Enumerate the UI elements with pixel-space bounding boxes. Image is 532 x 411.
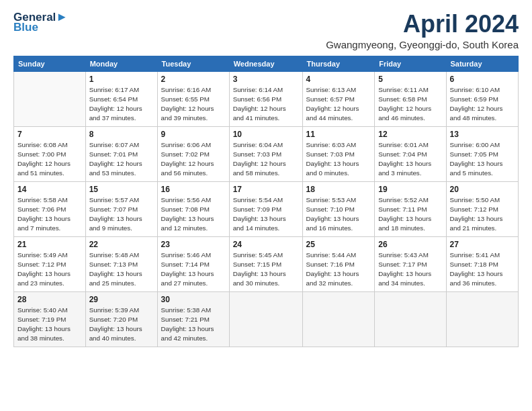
cell-4-1: 21Sunrise: 5:49 AM Sunset: 7:12 PM Dayli… — [14, 236, 86, 291]
cell-info: Sunrise: 5:58 AM Sunset: 7:06 PM Dayligh… — [17, 195, 82, 234]
cell-info: Sunrise: 5:45 AM Sunset: 7:15 PM Dayligh… — [233, 250, 299, 289]
cell-info: Sunrise: 6:14 AM Sunset: 6:56 PM Dayligh… — [233, 85, 299, 124]
day-number: 5 — [378, 75, 442, 84]
cell-info: Sunrise: 6:08 AM Sunset: 7:00 PM Dayligh… — [17, 140, 82, 179]
cell-info: Sunrise: 6:00 AM Sunset: 7:05 PM Dayligh… — [450, 140, 515, 179]
cell-2-7: 13Sunrise: 6:00 AM Sunset: 7:05 PM Dayli… — [446, 126, 519, 181]
cell-2-2: 8Sunrise: 6:07 AM Sunset: 7:01 PM Daylig… — [85, 126, 157, 181]
cell-info: Sunrise: 6:01 AM Sunset: 7:04 PM Dayligh… — [378, 140, 442, 179]
cell-1-6: 5Sunrise: 6:11 AM Sunset: 6:58 PM Daylig… — [375, 71, 446, 126]
cell-4-4: 24Sunrise: 5:45 AM Sunset: 7:15 PM Dayli… — [229, 236, 302, 291]
logo: General► Blue — [13, 11, 68, 33]
cell-3-6: 19Sunrise: 5:52 AM Sunset: 7:11 PM Dayli… — [375, 181, 446, 236]
cell-info: Sunrise: 6:16 AM Sunset: 6:55 PM Dayligh… — [161, 85, 226, 124]
cell-info: Sunrise: 5:48 AM Sunset: 7:13 PM Dayligh… — [89, 250, 154, 289]
cell-info: Sunrise: 5:43 AM Sunset: 7:17 PM Dayligh… — [378, 250, 442, 289]
location-subtitle: Gwangmyeong, Gyeonggi-do, South Korea — [326, 39, 519, 50]
cell-3-2: 15Sunrise: 5:57 AM Sunset: 7:07 PM Dayli… — [85, 181, 157, 236]
day-number: 29 — [89, 295, 154, 304]
logo-arrow-icon: ► — [56, 10, 68, 24]
day-number: 14 — [17, 185, 82, 194]
cell-info: Sunrise: 5:44 AM Sunset: 7:16 PM Dayligh… — [306, 250, 371, 289]
cell-1-4: 3Sunrise: 6:14 AM Sunset: 6:56 PM Daylig… — [229, 71, 302, 126]
cell-4-6: 26Sunrise: 5:43 AM Sunset: 7:17 PM Dayli… — [375, 236, 446, 291]
cell-5-5 — [302, 291, 375, 347]
day-number: 13 — [450, 130, 515, 139]
day-number: 28 — [17, 295, 82, 304]
day-number: 9 — [161, 130, 226, 139]
cell-1-5: 4Sunrise: 6:13 AM Sunset: 6:57 PM Daylig… — [302, 71, 375, 126]
day-number: 17 — [233, 185, 299, 194]
header-row: SundayMondayTuesdayWednesdayThursdayFrid… — [14, 56, 519, 71]
cell-5-3: 30Sunrise: 5:38 AM Sunset: 7:21 PM Dayli… — [157, 291, 229, 347]
cell-3-5: 18Sunrise: 5:53 AM Sunset: 7:10 PM Dayli… — [302, 181, 375, 236]
cell-1-2: 1Sunrise: 6:17 AM Sunset: 6:54 PM Daylig… — [85, 71, 157, 126]
cell-info: Sunrise: 5:53 AM Sunset: 7:10 PM Dayligh… — [306, 195, 371, 234]
day-number: 22 — [89, 240, 154, 249]
cell-info: Sunrise: 5:52 AM Sunset: 7:11 PM Dayligh… — [378, 195, 442, 234]
cell-info: Sunrise: 5:41 AM Sunset: 7:18 PM Dayligh… — [450, 250, 515, 289]
week-row-5: 28Sunrise: 5:40 AM Sunset: 7:19 PM Dayli… — [14, 291, 519, 347]
cell-info: Sunrise: 6:17 AM Sunset: 6:54 PM Dayligh… — [89, 85, 154, 124]
day-number: 10 — [233, 130, 299, 139]
col-header-sunday: Sunday — [14, 56, 86, 71]
day-number: 16 — [161, 185, 226, 194]
cell-3-7: 20Sunrise: 5:50 AM Sunset: 7:12 PM Dayli… — [446, 181, 519, 236]
day-number: 7 — [17, 130, 82, 139]
day-number: 23 — [161, 240, 226, 249]
cell-info: Sunrise: 6:04 AM Sunset: 7:03 PM Dayligh… — [233, 140, 299, 179]
cell-4-2: 22Sunrise: 5:48 AM Sunset: 7:13 PM Dayli… — [85, 236, 157, 291]
day-number: 21 — [17, 240, 82, 249]
cell-4-5: 25Sunrise: 5:44 AM Sunset: 7:16 PM Dayli… — [302, 236, 375, 291]
month-title: April 2024 — [326, 11, 519, 38]
cell-5-4 — [229, 291, 302, 347]
day-number: 3 — [233, 75, 299, 84]
cell-3-1: 14Sunrise: 5:58 AM Sunset: 7:06 PM Dayli… — [14, 181, 86, 236]
cell-4-7: 27Sunrise: 5:41 AM Sunset: 7:18 PM Dayli… — [446, 236, 519, 291]
cell-info: Sunrise: 5:49 AM Sunset: 7:12 PM Dayligh… — [17, 250, 82, 289]
cell-info: Sunrise: 5:57 AM Sunset: 7:07 PM Dayligh… — [89, 195, 154, 234]
cell-5-6 — [375, 291, 446, 347]
cell-2-5: 11Sunrise: 6:03 AM Sunset: 7:03 PM Dayli… — [302, 126, 375, 181]
col-header-monday: Monday — [85, 56, 157, 71]
title-block: April 2024 Gwangmyeong, Gyeonggi-do, Sou… — [326, 11, 519, 50]
cell-info: Sunrise: 5:39 AM Sunset: 7:20 PM Dayligh… — [89, 306, 154, 344]
week-row-3: 14Sunrise: 5:58 AM Sunset: 7:06 PM Dayli… — [14, 181, 519, 236]
day-number: 27 — [450, 240, 515, 249]
day-number: 15 — [89, 185, 154, 194]
cell-5-2: 29Sunrise: 5:39 AM Sunset: 7:20 PM Dayli… — [85, 291, 157, 347]
cell-2-1: 7Sunrise: 6:08 AM Sunset: 7:00 PM Daylig… — [14, 126, 86, 181]
week-row-2: 7Sunrise: 6:08 AM Sunset: 7:00 PM Daylig… — [14, 126, 519, 181]
day-number: 19 — [378, 185, 442, 194]
day-number: 30 — [161, 295, 226, 304]
cell-3-3: 16Sunrise: 5:56 AM Sunset: 7:08 PM Dayli… — [157, 181, 229, 236]
cell-info: Sunrise: 5:50 AM Sunset: 7:12 PM Dayligh… — [450, 195, 515, 234]
week-row-4: 21Sunrise: 5:49 AM Sunset: 7:12 PM Dayli… — [14, 236, 519, 291]
day-number: 4 — [306, 75, 371, 84]
cell-5-1: 28Sunrise: 5:40 AM Sunset: 7:19 PM Dayli… — [14, 291, 86, 347]
cell-5-7 — [446, 291, 519, 347]
cell-1-1 — [14, 71, 86, 126]
day-number: 18 — [306, 185, 371, 194]
col-header-thursday: Thursday — [302, 56, 375, 71]
day-number: 25 — [306, 240, 371, 249]
col-header-tuesday: Tuesday — [157, 56, 229, 71]
cell-4-3: 23Sunrise: 5:46 AM Sunset: 7:14 PM Dayli… — [157, 236, 229, 291]
cell-info: Sunrise: 6:11 AM Sunset: 6:58 PM Dayligh… — [378, 85, 442, 124]
col-header-friday: Friday — [375, 56, 446, 71]
cell-info: Sunrise: 5:56 AM Sunset: 7:08 PM Dayligh… — [161, 195, 226, 234]
col-header-wednesday: Wednesday — [229, 56, 302, 71]
day-number: 8 — [89, 130, 154, 139]
cell-info: Sunrise: 5:54 AM Sunset: 7:09 PM Dayligh… — [233, 195, 299, 234]
cell-2-3: 9Sunrise: 6:06 AM Sunset: 7:02 PM Daylig… — [157, 126, 229, 181]
cell-info: Sunrise: 5:40 AM Sunset: 7:19 PM Dayligh… — [17, 306, 82, 344]
page-container: General► Blue April 2024 Gwangmyeong, Gy… — [0, 0, 532, 354]
day-number: 2 — [161, 75, 226, 84]
cell-info: Sunrise: 6:10 AM Sunset: 6:59 PM Dayligh… — [450, 85, 515, 124]
cell-2-6: 12Sunrise: 6:01 AM Sunset: 7:04 PM Dayli… — [375, 126, 446, 181]
cell-info: Sunrise: 6:03 AM Sunset: 7:03 PM Dayligh… — [306, 140, 371, 179]
calendar-table: SundayMondayTuesdayWednesdayThursdayFrid… — [13, 56, 519, 347]
cell-info: Sunrise: 6:06 AM Sunset: 7:02 PM Dayligh… — [161, 140, 226, 179]
day-number: 26 — [378, 240, 442, 249]
day-number: 20 — [450, 185, 515, 194]
